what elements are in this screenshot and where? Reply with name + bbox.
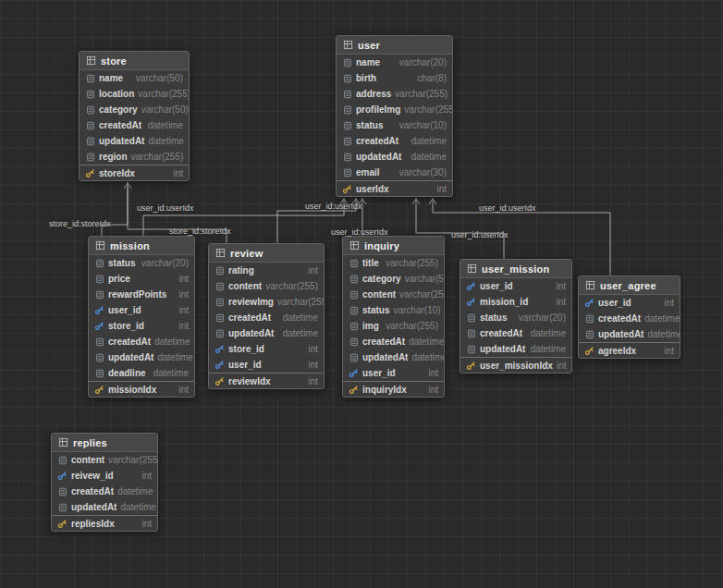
- column-row-user_mission-createdAt[interactable]: createdAtdatetime: [460, 325, 571, 341]
- column-row-store-name[interactable]: namevarchar(50): [80, 70, 189, 86]
- column-row-mission-createdAt[interactable]: createdAtdatetime: [89, 334, 194, 349]
- relationship-arrowhead-icon: [124, 183, 131, 189]
- table-review[interactable]: reviewratingintcontentvarchar(255)review…: [208, 243, 325, 389]
- column-row-inquiry-content[interactable]: contentvarchar(255): [343, 287, 444, 302]
- column-row-mission-price[interactable]: priceint: [89, 271, 194, 287]
- column-row-review-content[interactable]: contentvarchar(255): [209, 278, 324, 294]
- column-row-user-email[interactable]: emailvarchar(30): [337, 165, 452, 180]
- column-row-review-reviewImg[interactable]: reviewImgvarchar(255): [209, 294, 324, 310]
- table-header-review[interactable]: review: [209, 244, 324, 263]
- table-inquiry[interactable]: inquirytitlevarchar(255)categoryvarchar(…: [342, 236, 445, 398]
- table-icon: [86, 55, 96, 66]
- column-row-user-birth[interactable]: birthchar(8): [337, 70, 452, 86]
- column-row-mission-deadline[interactable]: deadlinedatetime: [89, 365, 194, 381]
- column-row-user-status[interactable]: statusvarchar(10): [337, 117, 452, 133]
- table-user[interactable]: usernamevarchar(20)birthchar(8)addressva…: [336, 35, 453, 197]
- table-title: review: [230, 248, 263, 259]
- column-row-store-region[interactable]: regionvarchar(255): [80, 149, 189, 165]
- column-type: int: [178, 385, 189, 395]
- column-row-user_mission-user_missionIdx[interactable]: user_missionIdxint: [460, 357, 571, 373]
- table-user_mission[interactable]: user_missionuser_idintmission_idintstatu…: [460, 259, 572, 374]
- column-type: datetime: [157, 352, 192, 362]
- column-row-user_mission-user_id[interactable]: user_idint: [460, 278, 571, 294]
- column-row-user-profileImg[interactable]: profileImgvarchar(255): [337, 102, 452, 117]
- column-row-inquiry-user_id[interactable]: user_idint: [343, 365, 444, 381]
- column-row-store-category[interactable]: categoryvarchar(50): [80, 102, 189, 117]
- column-row-mission-updatedAt[interactable]: updatedAtdatetime: [89, 349, 194, 365]
- table-mission[interactable]: missionstatusvarchar(20)priceintrewardPo…: [88, 236, 195, 398]
- table-header-inquiry[interactable]: inquiry: [343, 237, 444, 255]
- table-header-replies[interactable]: replies: [52, 434, 157, 452]
- column-row-mission-status[interactable]: statusvarchar(20): [89, 255, 194, 271]
- column-row-user_mission-mission_id[interactable]: mission_idint: [460, 294, 571, 310]
- column-row-review-store_id[interactable]: store_idint: [209, 341, 324, 357]
- column-type: int: [141, 471, 152, 481]
- column-row-review-reviewIdx[interactable]: reviewIdxint: [209, 373, 324, 388]
- column-type: datetime: [120, 502, 155, 512]
- column-row-store-createdAt[interactable]: createdAtdatetime: [80, 117, 189, 133]
- column-row-store-storeIdx[interactable]: storeIdxint: [80, 165, 189, 180]
- column-row-mission-rewardPoints[interactable]: rewardPointsint: [89, 287, 194, 302]
- foreign-key-icon: [349, 368, 359, 378]
- column-icon: [85, 73, 95, 83]
- column-row-store-updatedAt[interactable]: updatedAtdatetime: [80, 133, 189, 149]
- column-row-replies-repliesIdx[interactable]: repliesIdxint: [52, 515, 157, 531]
- column-row-user_agree-updatedAt[interactable]: updatedAtdatetime: [579, 326, 680, 342]
- column-row-replies-createdAt[interactable]: createdAtdatetime: [52, 484, 157, 499]
- table-user_agree[interactable]: user_agreeuser_idintcreatedAtdatetimeupd…: [578, 276, 680, 359]
- column-row-review-rating[interactable]: ratingint: [209, 263, 324, 278]
- column-name: status: [480, 312, 507, 323]
- column-row-store-location[interactable]: locationvarchar(255): [80, 86, 189, 102]
- column-row-inquiry-status[interactable]: statusvarchar(10): [343, 302, 444, 318]
- column-name: user_id: [108, 305, 141, 315]
- column-type: varchar(255): [138, 89, 189, 99]
- column-row-inquiry-updatedAt[interactable]: updatedAtdatetime: [343, 349, 444, 365]
- column-row-inquiry-category[interactable]: categoryvarchar(50): [343, 271, 444, 287]
- column-row-user-updatedAt[interactable]: updatedAtdatetime: [337, 149, 452, 165]
- column-type: datetime: [283, 328, 318, 338]
- column-type: varchar(30): [399, 167, 447, 178]
- table-header-store[interactable]: store: [80, 52, 189, 70]
- table-header-user_agree[interactable]: user_agree: [579, 276, 680, 295]
- column-row-user-createdAt[interactable]: createdAtdatetime: [337, 133, 452, 149]
- table-header-user[interactable]: user: [337, 36, 452, 55]
- column-row-inquiry-inquiryIdx[interactable]: inquiryIdxint: [343, 381, 444, 397]
- column-row-mission-user_id[interactable]: user_idint: [89, 302, 194, 318]
- column-row-user_agree-createdAt[interactable]: createdAtdatetime: [579, 311, 680, 326]
- column-row-user-address[interactable]: addressvarchar(255): [337, 86, 452, 102]
- table-replies[interactable]: repliescontentvarchar(255)reivew_idintcr…: [51, 433, 158, 532]
- column-row-user_agree-agreeIdx[interactable]: agreeIdxint: [579, 342, 680, 358]
- column-row-replies-content[interactable]: contentvarchar(255): [52, 452, 157, 468]
- column-name: createdAt: [362, 337, 405, 347]
- column-row-review-updatedAt[interactable]: updatedAtdatetime: [209, 325, 324, 341]
- column-type: int: [557, 361, 567, 371]
- table-header-user_mission[interactable]: user_mission: [460, 260, 571, 278]
- column-icon: [349, 321, 359, 331]
- column-name: content: [71, 455, 104, 465]
- column-row-review-user_id[interactable]: user_idint: [209, 357, 324, 373]
- relationship-label-mission-store: store_id:storeIdx: [49, 219, 111, 228]
- column-type: datetime: [644, 313, 680, 324]
- table-icon: [343, 40, 353, 50]
- column-name: createdAt: [108, 337, 151, 347]
- column-row-user_mission-status[interactable]: statusvarchar(20): [460, 310, 571, 325]
- table-title: user_mission: [482, 263, 549, 275]
- column-icon: [466, 312, 476, 323]
- column-row-inquiry-img[interactable]: imgvarchar(255): [343, 318, 444, 334]
- column-row-replies-updatedAt[interactable]: updatedAtdatetime: [52, 499, 157, 515]
- erd-canvas[interactable]: storenamevarchar(50)locationvarchar(255)…: [0, 0, 723, 588]
- table-store[interactable]: storenamevarchar(50)locationvarchar(255)…: [79, 51, 190, 181]
- column-row-inquiry-title[interactable]: titlevarchar(255): [343, 255, 444, 271]
- column-row-mission-missionIdx[interactable]: missionIdxint: [89, 381, 194, 397]
- column-row-user_agree-user_id[interactable]: user_idint: [579, 295, 680, 311]
- column-row-user-userIdx[interactable]: userIdxint: [337, 180, 452, 196]
- column-row-user-name[interactable]: namevarchar(20): [337, 55, 452, 70]
- column-row-inquiry-createdAt[interactable]: createdAtdatetime: [343, 334, 444, 349]
- column-type: datetime: [411, 136, 447, 146]
- column-row-review-createdAt[interactable]: createdAtdatetime: [209, 310, 324, 325]
- table-header-mission[interactable]: mission: [89, 237, 194, 255]
- column-row-replies-reivew_id[interactable]: reivew_idint: [52, 468, 157, 484]
- column-row-user_mission-updatedAt[interactable]: updatedAtdatetime: [460, 341, 571, 357]
- column-icon: [466, 328, 476, 338]
- column-row-mission-store_id[interactable]: store_idint: [89, 318, 194, 334]
